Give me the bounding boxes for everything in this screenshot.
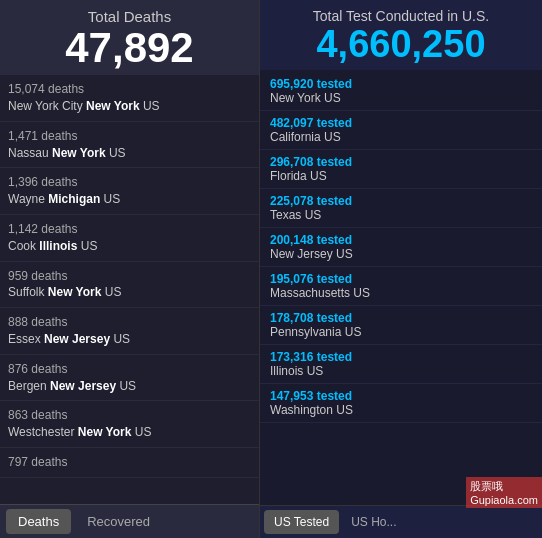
left-list-item: 1,396 deathsWayne Michigan US (0, 168, 259, 215)
location-text: Essex New Jersey US (8, 332, 130, 346)
right-header: Total Test Conducted in U.S. 4,660,250 (260, 0, 542, 70)
death-count: 1,142 deaths (8, 222, 77, 236)
tested-location: New York US (270, 91, 532, 105)
tested-location: Illinois US (270, 364, 532, 378)
location-text: Nassau New York US (8, 146, 126, 160)
tested-location: Pennsylvania US (270, 325, 532, 339)
right-list-item: 200,148 testedNew Jersey US (260, 228, 542, 267)
location-text: Wayne Michigan US (8, 192, 120, 206)
right-list-item: 296,708 testedFlorida US (260, 150, 542, 189)
location-text: Cook Illinois US (8, 239, 97, 253)
right-list-item: 225,078 testedTexas US (260, 189, 542, 228)
right-list-area: 695,920 testedNew York US482,097 testedC… (260, 70, 542, 505)
left-list-item: 1,471 deathsNassau New York US (0, 122, 259, 169)
right-list-item: 482,097 testedCalifornia US (260, 111, 542, 150)
left-tab-recovered[interactable]: Recovered (75, 509, 162, 534)
right-list-item: 147,953 testedWashington US (260, 384, 542, 423)
right-panel: Total Test Conducted in U.S. 4,660,250 6… (260, 0, 542, 538)
death-count: 797 deaths (8, 455, 67, 469)
tested-count: 296,708 tested (270, 155, 532, 169)
right-big-number: 4,660,250 (264, 24, 538, 66)
right-list-item: 173,316 testedIllinois US (260, 345, 542, 384)
location-text: Suffolk New York US (8, 285, 121, 299)
tested-count: 195,076 tested (270, 272, 532, 286)
tested-location: Texas US (270, 208, 532, 222)
left-list-item: 1,142 deathsCook Illinois US (0, 215, 259, 262)
death-count: 1,396 deaths (8, 175, 77, 189)
right-list-item: 695,920 testedNew York US (260, 72, 542, 111)
right-list-item: 195,076 testedMassachusetts US (260, 267, 542, 306)
tested-location: Washington US (270, 403, 532, 417)
right-panel-title: Total Test Conducted in U.S. (264, 8, 538, 24)
left-big-number: 47,892 (4, 25, 255, 71)
death-count: 888 deaths (8, 315, 67, 329)
tested-count: 173,316 tested (270, 350, 532, 364)
tested-location: Massachusetts US (270, 286, 532, 300)
location-text: New York City New York US (8, 99, 160, 113)
death-count: 1,471 deaths (8, 129, 77, 143)
tested-location: Florida US (270, 169, 532, 183)
death-count: 959 deaths (8, 269, 67, 283)
left-list-item: 959 deathsSuffolk New York US (0, 262, 259, 309)
tested-count: 178,708 tested (270, 311, 532, 325)
tested-location: California US (270, 130, 532, 144)
tested-count: 482,097 tested (270, 116, 532, 130)
tested-count: 200,148 tested (270, 233, 532, 247)
left-list-item: 863 deathsWestchester New York US (0, 401, 259, 448)
left-bottom-tabs: DeathsRecovered (0, 504, 259, 538)
left-panel: Total Deaths 47,892 15,074 deathsNew Yor… (0, 0, 260, 538)
right-list-item: 178,708 testedPennsylvania US (260, 306, 542, 345)
left-list-item: 797 deaths (0, 448, 259, 478)
location-text: Westchester New York US (8, 425, 151, 439)
left-panel-title: Total Deaths (4, 8, 255, 25)
left-list-area: 15,074 deathsNew York City New York US1,… (0, 75, 259, 504)
right-tab-1[interactable]: US Ho... (341, 510, 406, 534)
location-text: Bergen New Jersey US (8, 379, 136, 393)
tested-count: 147,953 tested (270, 389, 532, 403)
tested-count: 225,078 tested (270, 194, 532, 208)
left-list-item: 876 deathsBergen New Jersey US (0, 355, 259, 402)
death-count: 876 deaths (8, 362, 67, 376)
left-list-item: 888 deathsEssex New Jersey US (0, 308, 259, 355)
death-count: 863 deaths (8, 408, 67, 422)
right-tab-0[interactable]: US Tested (264, 510, 339, 534)
left-tab-deaths[interactable]: Deaths (6, 509, 71, 534)
death-count: 15,074 deaths (8, 82, 84, 96)
tested-count: 695,920 tested (270, 77, 532, 91)
right-bottom-tabs: US TestedUS Ho... (260, 505, 542, 538)
left-list-item: 15,074 deathsNew York City New York US (0, 75, 259, 122)
tested-location: New Jersey US (270, 247, 532, 261)
left-header: Total Deaths 47,892 (0, 0, 259, 75)
